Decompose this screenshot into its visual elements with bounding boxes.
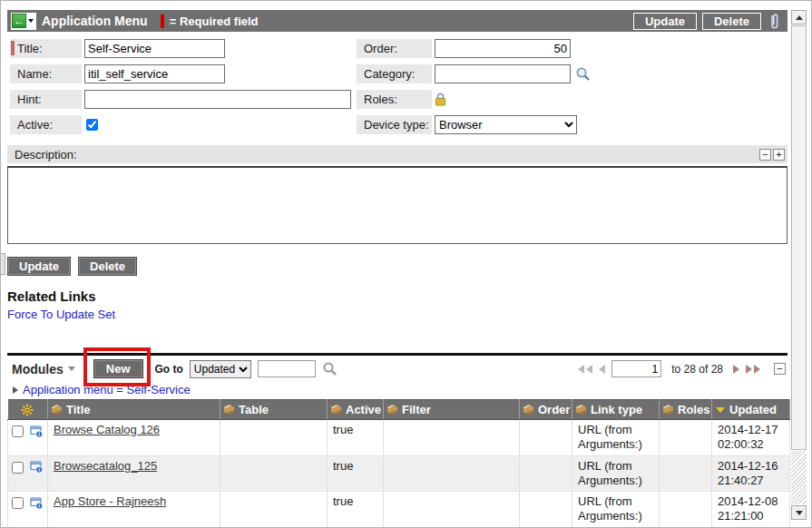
form-action-buttons: Update Delete [7,257,788,276]
cell-table [220,492,328,528]
column-header-order[interactable]: Order [520,400,572,420]
cell-updated: 2014-12-08 21:21:00 [712,492,790,528]
goto-label: Go to [155,363,183,376]
name-field-label: Name: [10,64,82,83]
field-cube-icon [52,405,62,415]
title-field-label: Title: [10,39,82,58]
required-field-legend: = Required field [170,15,259,28]
record-preview-icon[interactable] [30,425,44,438]
description-grow-icon[interactable]: + [773,149,785,161]
back-arrow-icon: ← [12,14,26,28]
module-title-link[interactable]: Browsecatalog_125 [54,459,157,473]
back-button[interactable]: ← [11,13,36,30]
breadcrumb-filter-link[interactable]: Application menu = Self-Service [23,383,191,396]
attachment-paperclip-icon[interactable] [768,13,780,30]
cell-link-type: URL (from Arguments:) [572,455,660,492]
row-select-checkbox[interactable] [12,425,24,437]
cell-filter [384,455,520,492]
delete-button-top[interactable]: Delete [702,13,761,30]
device-type-field-label: Device type: [357,115,432,134]
column-header-updated[interactable]: Updated [712,400,790,420]
list-search-icon[interactable] [322,361,338,376]
roles-lock-icon[interactable] [435,93,446,106]
page-title: Application Menu [42,14,148,28]
cell-filter [384,420,520,456]
list-collapse-icon[interactable]: − [774,363,786,375]
goto-field-select[interactable]: Updated [190,360,251,378]
force-to-update-set-link[interactable]: Force To Update Set [7,308,115,321]
column-header-active[interactable]: Active [328,400,384,420]
related-links-heading: Related Links [7,288,788,304]
cell-table [220,455,328,492]
table-row: Browsecatalog_125 true URL (from Argumen… [8,455,790,492]
cell-active: true [328,492,384,528]
record-preview-icon[interactable] [30,461,44,474]
cell-active: true [328,420,384,456]
frame-splitter-handle[interactable] [1,253,5,275]
list-search-input[interactable] [258,360,316,377]
delete-button-bottom[interactable]: Delete [78,257,137,276]
table-row: Browse Catalog 126 true URL (from Argume… [8,420,790,456]
order-field-label: Order: [357,39,432,58]
module-title-link[interactable]: Browse Catalog 126 [54,423,160,436]
category-lookup-icon[interactable] [575,66,591,82]
table-header-row: Title Table Active Filter Order Link typ… [8,400,790,420]
cell-order [520,420,572,456]
description-shrink-icon[interactable]: − [759,149,771,161]
cell-link-type: URL (from Arguments:) [572,492,660,528]
cell-roles [660,420,712,456]
field-cube-icon [387,405,397,415]
back-menu-chevron-down-icon [28,19,34,23]
column-header-filter[interactable]: Filter [384,400,520,420]
required-field-marker-icon [161,15,164,28]
update-button-bottom[interactable]: Update [7,257,71,276]
module-title-link[interactable]: App Store - Rajneesh [54,494,166,508]
modules-list-toolbar: Modules New Go to Updated to 28 of 28 − [7,357,788,380]
first-page-button[interactable] [578,365,592,374]
column-header-table[interactable]: Table [220,400,328,420]
column-header-title[interactable]: Title [48,400,220,420]
cell-order [520,455,572,492]
field-cube-icon [663,405,673,415]
next-page-button[interactable] [733,365,739,374]
description-textarea[interactable] [7,166,788,244]
column-header-link-type[interactable]: Link type [572,400,660,420]
row-range-text: to 28 of 28 [671,363,723,376]
category-field[interactable] [435,64,571,83]
previous-page-button[interactable] [599,365,605,374]
scrollbar-track[interactable] [791,451,807,504]
modules-menu-chevron-down-icon [68,367,75,371]
update-button-top[interactable]: Update [633,13,697,30]
vertical-scrollbar[interactable] [791,10,807,520]
list-mechanic-header[interactable] [8,400,48,420]
scroll-down-arrow-icon [796,511,803,515]
last-page-button[interactable] [746,365,760,374]
cell-roles [660,492,712,528]
scroll-up-button[interactable] [791,10,807,24]
scroll-down-button[interactable] [791,505,807,520]
cell-link-type: URL (from Arguments:) [572,420,660,456]
cell-updated: 2014-12-17 02:00:32 [712,420,790,456]
record-preview-icon[interactable] [30,497,44,510]
row-select-checkbox[interactable] [12,462,24,474]
list-mechanic-gear-icon[interactable] [21,404,34,416]
hint-field[interactable] [84,90,351,109]
cell-table [220,420,328,456]
current-page-input[interactable] [611,360,661,377]
scrollbar-thumb[interactable] [791,25,807,450]
breadcrumb: Application menu = Self-Service [7,383,788,396]
device-type-select[interactable]: Browser [435,115,577,134]
sort-descending-icon [716,407,725,413]
order-field[interactable] [435,39,571,58]
name-field[interactable] [84,64,225,83]
column-header-roles[interactable]: Roles [660,400,712,420]
cell-roles [660,455,712,492]
modules-list-title[interactable]: Modules [12,362,75,376]
title-field[interactable] [84,39,225,58]
table-row: App Store - Rajneesh true URL (from Argu… [8,492,790,528]
row-select-checkbox[interactable] [12,497,24,509]
new-module-button[interactable]: New [93,359,143,378]
active-checkbox[interactable] [86,119,98,131]
cell-order [520,492,572,528]
application-menu-window: ← Application Menu = Required field Upda… [0,0,812,528]
